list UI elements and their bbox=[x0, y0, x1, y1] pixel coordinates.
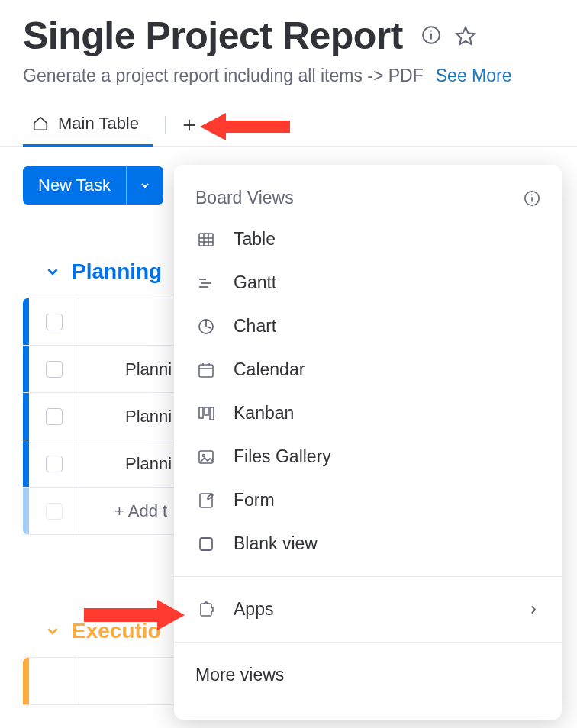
info-icon[interactable] bbox=[524, 190, 540, 207]
svg-rect-26 bbox=[210, 407, 214, 420]
new-task-label[interactable]: New Task bbox=[23, 166, 126, 205]
star-icon[interactable] bbox=[455, 25, 476, 47]
form-icon bbox=[195, 491, 217, 510]
table-icon bbox=[195, 230, 217, 249]
svg-rect-30 bbox=[200, 538, 212, 550]
files-icon bbox=[195, 448, 217, 466]
page-title: Single Project Report bbox=[23, 14, 403, 58]
chevron-down-icon bbox=[44, 623, 61, 639]
row-checkbox[interactable] bbox=[46, 456, 63, 472]
svg-rect-20 bbox=[199, 365, 213, 377]
view-option-files[interactable]: Files Gallery bbox=[174, 435, 562, 478]
svg-marker-3 bbox=[456, 27, 474, 44]
popup-divider bbox=[174, 576, 562, 577]
view-label: Form bbox=[234, 490, 275, 511]
view-option-blank[interactable]: Blank view bbox=[174, 522, 562, 565]
group-title: Planning bbox=[72, 259, 162, 284]
new-task-dropdown[interactable] bbox=[127, 166, 163, 205]
gantt-icon bbox=[195, 274, 217, 292]
view-label: Kanban bbox=[234, 403, 294, 424]
see-more-link[interactable]: See More bbox=[436, 66, 512, 86]
view-option-kanban[interactable]: Kanban bbox=[174, 391, 562, 435]
row-checkbox bbox=[46, 503, 63, 520]
kanban-icon bbox=[195, 404, 217, 423]
page-subtitle: Generate a project report including all … bbox=[23, 66, 424, 86]
home-icon bbox=[32, 115, 49, 132]
svg-rect-9 bbox=[199, 234, 213, 246]
add-task-label[interactable]: + Add t bbox=[79, 501, 167, 521]
svg-rect-24 bbox=[199, 407, 203, 418]
row-checkbox[interactable] bbox=[46, 408, 63, 425]
row-name[interactable]: Planni bbox=[79, 359, 172, 379]
view-label: Gantt bbox=[234, 272, 276, 293]
row-name[interactable]: Planni bbox=[79, 407, 172, 427]
chart-icon bbox=[195, 317, 217, 336]
view-label: Files Gallery bbox=[234, 446, 331, 467]
new-task-button[interactable]: New Task bbox=[23, 166, 163, 205]
blank-icon bbox=[195, 535, 217, 553]
apps-icon bbox=[195, 601, 217, 619]
view-option-chart[interactable]: Chart bbox=[174, 304, 562, 348]
view-label: Blank view bbox=[234, 533, 318, 554]
svg-point-8 bbox=[531, 194, 533, 195]
view-option-gantt[interactable]: Gantt bbox=[174, 261, 562, 304]
tab-separator bbox=[165, 116, 166, 134]
chevron-right-icon bbox=[527, 603, 540, 617]
svg-rect-29 bbox=[200, 494, 212, 507]
view-label: Table bbox=[234, 229, 276, 250]
svg-point-2 bbox=[430, 31, 432, 32]
popup-title: Board Views bbox=[195, 188, 294, 208]
view-label: More views bbox=[195, 665, 284, 685]
popup-divider bbox=[174, 642, 562, 643]
tab-main-table[interactable]: Main Table bbox=[23, 105, 153, 147]
tab-label: Main Table bbox=[58, 114, 139, 134]
add-view-button[interactable] bbox=[178, 117, 201, 134]
svg-line-19 bbox=[206, 327, 211, 328]
svg-rect-25 bbox=[205, 407, 208, 415]
row-checkbox[interactable] bbox=[46, 361, 63, 378]
view-option-table[interactable]: Table bbox=[174, 217, 562, 261]
view-option-calendar[interactable]: Calendar bbox=[174, 348, 562, 391]
group-title: Executio bbox=[72, 619, 161, 643]
select-all-checkbox[interactable] bbox=[46, 314, 63, 330]
calendar-icon bbox=[195, 361, 217, 379]
row-name[interactable]: Planni bbox=[79, 454, 172, 474]
view-label: Chart bbox=[234, 316, 276, 337]
info-icon[interactable] bbox=[421, 25, 441, 47]
view-label: Apps bbox=[234, 599, 273, 620]
view-option-more[interactable]: More views bbox=[174, 653, 562, 697]
board-views-popup: Board Views Table Gantt Chart Calendar K… bbox=[174, 165, 562, 720]
svg-point-28 bbox=[203, 454, 205, 456]
view-option-form[interactable]: Form bbox=[174, 478, 562, 522]
view-label: Calendar bbox=[234, 359, 305, 380]
chevron-down-icon bbox=[44, 263, 61, 280]
view-option-apps[interactable]: Apps bbox=[174, 588, 562, 631]
